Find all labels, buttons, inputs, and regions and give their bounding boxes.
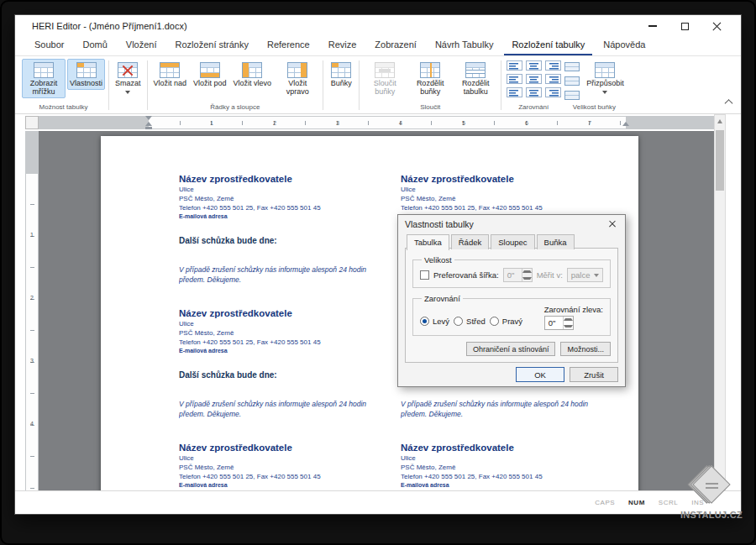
split-table-button[interactable]: Rozdělit tabulku xyxy=(454,59,497,98)
align-bottom-center-button[interactable] xyxy=(524,86,543,98)
business-card-cell[interactable]: Název zprostředkovatele Ulice PSČ Město,… xyxy=(179,308,401,443)
delete-table-icon xyxy=(118,62,138,78)
merge-cells-button[interactable]: Sloučit buňky xyxy=(363,59,407,98)
preferred-width-value: 0" xyxy=(504,269,522,281)
measure-in-label: Měřit v: xyxy=(537,270,563,280)
dialog-tab-sloupec[interactable]: Sloupec xyxy=(491,234,534,249)
ribbon-tab-strip: Soubor Domů Vložení Rozložení stránky Re… xyxy=(15,37,741,56)
watermark-text: INSTALUJ.CZ xyxy=(679,510,744,520)
tab-soubor[interactable]: Soubor xyxy=(27,37,71,55)
card-city: PSČ Město, Země xyxy=(401,195,611,204)
scrollbar-thumb[interactable] xyxy=(716,130,724,191)
align-top-right-button[interactable] xyxy=(543,60,562,71)
align-center-button[interactable] xyxy=(524,73,543,85)
split-cells-button[interactable]: Rozdělit buňky xyxy=(408,59,452,98)
tab-rozlozeni-tabulky[interactable]: Rozložení tabulky xyxy=(504,37,592,55)
dialog-tab-tabulka[interactable]: Tabulka xyxy=(407,234,449,250)
align-top-center-button[interactable] xyxy=(524,60,543,71)
card-phone: Telefon +420 555 501 25, Fax +420 555 50… xyxy=(179,204,389,213)
group-label-rows-columns: Řádky a sloupce xyxy=(151,103,320,113)
table-properties-dialog: Vlastnosti tabulky Tabulka Řádek Sloupec… xyxy=(397,214,626,387)
preferred-width-label: Preferovaná šířka: xyxy=(433,270,499,280)
business-card-cell[interactable]: Název zprostředkovatele Ulice PSČ Město,… xyxy=(179,174,401,308)
insert-right-button[interactable]: Vložit vpravo xyxy=(276,59,319,98)
group-label-cell-size: Velikost buňky xyxy=(562,103,627,113)
spin-down-icon[interactable] xyxy=(564,323,573,330)
cell-margins-button[interactable] xyxy=(562,89,582,102)
distribute-columns-button[interactable] xyxy=(562,75,582,87)
dialog-tab-radek[interactable]: Řádek xyxy=(451,234,489,249)
cells-button[interactable]: Buňky xyxy=(327,59,355,90)
align-right-radio[interactable]: Pravý xyxy=(490,317,522,326)
align-bottom-left-button[interactable] xyxy=(505,86,523,98)
dialog-close-button[interactable] xyxy=(606,218,618,230)
distribute-rows-icon xyxy=(564,62,580,71)
minimize-button[interactable] xyxy=(637,17,669,35)
table-properties-button[interactable]: Vlastnosti xyxy=(67,59,105,90)
align-top-right-icon xyxy=(545,60,561,71)
dialog-tab-bunka[interactable]: Buňka xyxy=(537,234,575,249)
insert-left-button[interactable]: Vložit vlevo xyxy=(231,59,275,90)
autofit-icon xyxy=(595,62,615,78)
tab-stop-selector[interactable] xyxy=(25,116,39,129)
align-top-left-button[interactable] xyxy=(505,60,523,71)
spin-down-icon[interactable] xyxy=(522,275,532,282)
align-left-radio[interactable]: Levý xyxy=(420,317,449,326)
insert-below-icon xyxy=(200,62,220,78)
insert-above-button[interactable]: Vložit nad xyxy=(151,59,190,90)
cell-margins-icon xyxy=(564,91,580,100)
alignment-group-label: Zarovnání xyxy=(422,294,463,303)
ok-button[interactable]: OK xyxy=(516,367,564,382)
align-center-radio[interactable]: Střed xyxy=(454,317,486,326)
delete-button[interactable]: Smazat xyxy=(113,59,144,98)
business-card-cell[interactable]: Název zprostředkovatele Ulice PSČ Město,… xyxy=(179,443,401,490)
radio-selected-icon xyxy=(420,317,429,326)
card-email: E-mailová adresa xyxy=(179,213,389,219)
distribute-columns-icon xyxy=(564,76,580,86)
ruler-number: 6 xyxy=(525,120,528,126)
autofit-label: Přizpůsobit xyxy=(586,80,624,88)
spin-up-icon[interactable] xyxy=(522,269,532,275)
distribute-rows-button[interactable] xyxy=(562,60,582,73)
align-center-right-button[interactable] xyxy=(543,73,562,85)
align-bottom-right-button[interactable] xyxy=(543,86,562,98)
tab-revize[interactable]: Revize xyxy=(321,37,365,55)
dialog-footer: OK Zrušit xyxy=(516,367,618,382)
business-card-cell[interactable]: Název zprostředkovatele Ulice PSČ Město,… xyxy=(401,443,622,490)
instaluj-watermark: INSTALUJ.CZ xyxy=(679,463,744,520)
maximize-icon xyxy=(681,23,689,30)
insert-right-icon xyxy=(287,62,307,78)
tab-navrh-tabulky[interactable]: Návrh Tabulky xyxy=(428,37,501,55)
show-gridlines-button[interactable]: Zobrazit mřížku xyxy=(22,59,66,98)
left-indent-marker[interactable] xyxy=(145,127,152,130)
tab-napoveda[interactable]: Nápověda xyxy=(596,37,653,55)
card-name: Název zprostředkovatele xyxy=(179,443,389,453)
insert-below-button[interactable]: Vložit pod xyxy=(191,59,229,90)
maximize-button[interactable] xyxy=(669,17,701,35)
merge-cells-icon xyxy=(375,62,395,78)
hanging-indent-marker[interactable] xyxy=(145,118,152,126)
options-button[interactable]: Možnosti... xyxy=(560,342,611,356)
align-center-left-button[interactable] xyxy=(505,73,523,85)
vertical-scrollbar[interactable] xyxy=(714,114,726,490)
measure-unit-dropdown[interactable]: palce xyxy=(567,268,603,282)
right-indent-marker[interactable] xyxy=(622,118,629,126)
tab-zobrazeni[interactable]: Zobrazení xyxy=(367,37,424,55)
collapse-ribbon-button[interactable] xyxy=(721,98,736,110)
insert-left-label: Vložit vlevo xyxy=(234,80,272,88)
tab-reference[interactable]: Reference xyxy=(260,37,318,55)
tab-rozlozeni-stranky[interactable]: Rozložení stránky xyxy=(168,37,256,55)
ruler-number: 5 xyxy=(462,120,465,126)
scroll-up-button[interactable] xyxy=(715,115,725,128)
indent-from-left-label: Zarovnání zleva: xyxy=(544,305,603,314)
borders-shading-button[interactable]: Ohraničení a stínování xyxy=(466,342,556,356)
indent-from-left-spinner[interactable]: 0" xyxy=(544,316,574,330)
tab-domu[interactable]: Domů xyxy=(75,37,114,55)
preferred-width-spinner[interactable]: 0" xyxy=(503,268,533,282)
close-button[interactable] xyxy=(701,17,732,35)
cancel-button[interactable]: Zrušit xyxy=(570,367,618,382)
spin-up-icon[interactable] xyxy=(564,317,573,323)
autofit-button[interactable]: Přizpůsobit xyxy=(584,59,627,98)
tab-vlozeni[interactable]: Vložení xyxy=(118,37,165,55)
preferred-width-checkbox[interactable] xyxy=(420,270,429,280)
